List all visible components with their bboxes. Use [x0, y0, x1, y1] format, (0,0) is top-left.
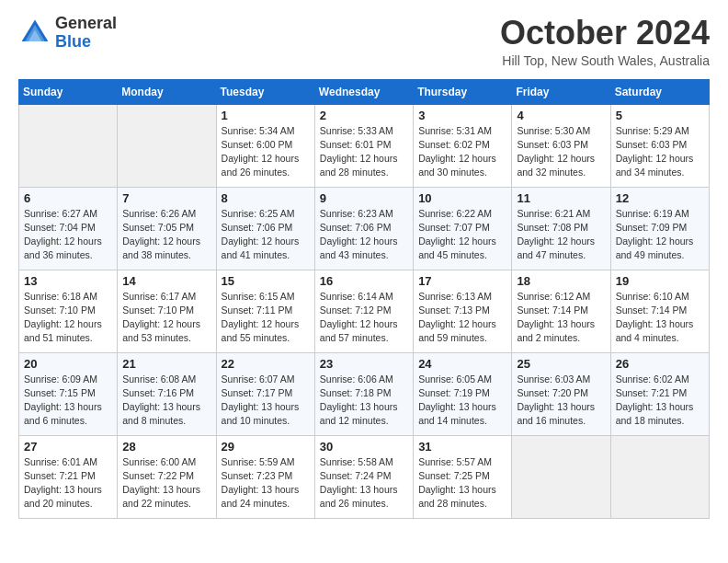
day-number: 15 — [222, 274, 310, 288]
day-number: 28 — [122, 440, 210, 454]
day-number: 14 — [122, 274, 210, 288]
day-info: Sunrise: 5:30 AMSunset: 6:03 PMDaylight:… — [517, 124, 605, 180]
day-number: 30 — [320, 440, 408, 454]
table-row — [118, 104, 216, 187]
table-row — [512, 435, 610, 518]
table-row: 27Sunrise: 6:01 AMSunset: 7:21 PMDayligh… — [19, 435, 118, 518]
day-info: Sunrise: 5:34 AMSunset: 6:00 PMDaylight:… — [222, 124, 310, 180]
day-info: Sunrise: 5:29 AMSunset: 6:03 PMDaylight:… — [616, 124, 704, 180]
header-thursday: Thursday — [414, 79, 512, 104]
header-monday: Monday — [118, 79, 216, 104]
logo-blue: Blue — [55, 32, 91, 51]
day-number: 4 — [517, 109, 605, 122]
day-info: Sunrise: 6:00 AMSunset: 7:22 PMDaylight:… — [122, 455, 210, 511]
table-row: 1Sunrise: 5:34 AMSunset: 6:00 PMDaylight… — [216, 104, 314, 187]
day-number: 13 — [24, 274, 112, 288]
day-number: 27 — [24, 440, 112, 454]
day-number: 8 — [222, 191, 310, 205]
logo: General Blue — [18, 15, 117, 52]
day-number: 10 — [418, 191, 506, 205]
table-row: 5Sunrise: 5:29 AMSunset: 6:03 PMDaylight… — [610, 104, 709, 187]
calendar-table: SundayMondayTuesdayWednesdayThursdayFrid… — [18, 79, 710, 519]
day-info: Sunrise: 6:02 AMSunset: 7:21 PMDaylight:… — [616, 373, 704, 429]
logo-icon — [18, 17, 51, 50]
table-row: 6Sunrise: 6:27 AMSunset: 7:04 PMDaylight… — [19, 187, 118, 270]
header-sunday: Sunday — [19, 79, 118, 104]
day-info: Sunrise: 5:58 AMSunset: 7:24 PMDaylight:… — [320, 455, 408, 511]
day-number: 5 — [616, 109, 704, 122]
day-info: Sunrise: 6:06 AMSunset: 7:18 PMDaylight:… — [320, 373, 408, 429]
month-title: October 2024 — [500, 15, 710, 52]
table-row: 4Sunrise: 5:30 AMSunset: 6:03 PMDaylight… — [512, 104, 610, 187]
table-row: 26Sunrise: 6:02 AMSunset: 7:21 PMDayligh… — [610, 352, 709, 435]
table-row: 17Sunrise: 6:13 AMSunset: 7:13 PMDayligh… — [414, 270, 512, 352]
day-number: 16 — [320, 274, 408, 288]
table-row: 13Sunrise: 6:18 AMSunset: 7:10 PMDayligh… — [19, 270, 118, 352]
day-info: Sunrise: 6:07 AMSunset: 7:17 PMDaylight:… — [222, 373, 310, 429]
header-friday: Friday — [512, 79, 610, 104]
day-number: 1 — [222, 109, 310, 122]
day-info: Sunrise: 6:01 AMSunset: 7:21 PMDaylight:… — [24, 455, 112, 511]
day-number: 19 — [616, 274, 704, 288]
day-info: Sunrise: 5:57 AMSunset: 7:25 PMDaylight:… — [418, 455, 506, 511]
day-number: 21 — [122, 357, 210, 371]
calendar-body: 1Sunrise: 5:34 AMSunset: 6:00 PMDaylight… — [19, 104, 710, 518]
table-row: 3Sunrise: 5:31 AMSunset: 6:02 PMDaylight… — [414, 104, 512, 187]
day-info: Sunrise: 6:10 AMSunset: 7:14 PMDaylight:… — [616, 290, 704, 346]
day-info: Sunrise: 6:18 AMSunset: 7:10 PMDaylight:… — [24, 290, 112, 346]
day-info: Sunrise: 6:15 AMSunset: 7:11 PMDaylight:… — [222, 290, 310, 346]
location: Hill Top, New South Wales, Australia — [500, 53, 710, 68]
day-info: Sunrise: 6:13 AMSunset: 7:13 PMDaylight:… — [418, 290, 506, 346]
day-info: Sunrise: 6:22 AMSunset: 7:07 PMDaylight:… — [418, 207, 506, 263]
day-info: Sunrise: 5:31 AMSunset: 6:02 PMDaylight:… — [418, 124, 506, 180]
table-row: 11Sunrise: 6:21 AMSunset: 7:08 PMDayligh… — [512, 187, 610, 270]
day-number: 12 — [616, 191, 704, 205]
header-wednesday: Wednesday — [314, 79, 413, 104]
week-row-4: 20Sunrise: 6:09 AMSunset: 7:15 PMDayligh… — [19, 352, 710, 435]
day-number: 17 — [418, 274, 506, 288]
page-header: General Blue October 2024 Hill Top, New … — [18, 15, 710, 68]
table-row — [610, 435, 709, 518]
table-row: 12Sunrise: 6:19 AMSunset: 7:09 PMDayligh… — [610, 187, 709, 270]
table-row — [19, 104, 118, 187]
day-info: Sunrise: 6:25 AMSunset: 7:06 PMDaylight:… — [222, 207, 310, 263]
day-number: 11 — [517, 191, 605, 205]
table-row: 15Sunrise: 6:15 AMSunset: 7:11 PMDayligh… — [216, 270, 314, 352]
table-row: 9Sunrise: 6:23 AMSunset: 7:06 PMDaylight… — [314, 187, 413, 270]
day-number: 18 — [517, 274, 605, 288]
day-info: Sunrise: 6:08 AMSunset: 7:16 PMDaylight:… — [122, 373, 210, 429]
table-row: 19Sunrise: 6:10 AMSunset: 7:14 PMDayligh… — [610, 270, 709, 352]
table-row: 2Sunrise: 5:33 AMSunset: 6:01 PMDaylight… — [314, 104, 413, 187]
day-number: 22 — [222, 357, 310, 371]
table-row: 25Sunrise: 6:03 AMSunset: 7:20 PMDayligh… — [512, 352, 610, 435]
day-number: 24 — [418, 357, 506, 371]
table-row: 21Sunrise: 6:08 AMSunset: 7:16 PMDayligh… — [118, 352, 216, 435]
day-info: Sunrise: 6:12 AMSunset: 7:14 PMDaylight:… — [517, 290, 605, 346]
day-number: 29 — [222, 440, 310, 454]
day-number: 31 — [418, 440, 506, 454]
header-tuesday: Tuesday — [216, 79, 314, 104]
table-row: 24Sunrise: 6:05 AMSunset: 7:19 PMDayligh… — [414, 352, 512, 435]
title-block: October 2024 Hill Top, New South Wales, … — [500, 15, 710, 68]
header-saturday: Saturday — [610, 79, 709, 104]
table-row: 8Sunrise: 6:25 AMSunset: 7:06 PMDaylight… — [216, 187, 314, 270]
week-row-5: 27Sunrise: 6:01 AMSunset: 7:21 PMDayligh… — [19, 435, 710, 518]
table-row: 28Sunrise: 6:00 AMSunset: 7:22 PMDayligh… — [118, 435, 216, 518]
logo-general: General — [55, 14, 117, 32]
day-info: Sunrise: 6:03 AMSunset: 7:20 PMDaylight:… — [517, 373, 605, 429]
logo-text: General Blue — [55, 15, 117, 52]
table-row: 22Sunrise: 6:07 AMSunset: 7:17 PMDayligh… — [216, 352, 314, 435]
day-number: 2 — [320, 109, 408, 122]
day-number: 20 — [24, 357, 112, 371]
day-number: 7 — [122, 191, 210, 205]
table-row: 16Sunrise: 6:14 AMSunset: 7:12 PMDayligh… — [314, 270, 413, 352]
calendar-header: SundayMondayTuesdayWednesdayThursdayFrid… — [19, 79, 710, 104]
day-info: Sunrise: 6:27 AMSunset: 7:04 PMDaylight:… — [24, 207, 112, 263]
day-number: 23 — [320, 357, 408, 371]
day-info: Sunrise: 6:17 AMSunset: 7:10 PMDaylight:… — [122, 290, 210, 346]
table-row: 20Sunrise: 6:09 AMSunset: 7:15 PMDayligh… — [19, 352, 118, 435]
week-row-2: 6Sunrise: 6:27 AMSunset: 7:04 PMDaylight… — [19, 187, 710, 270]
table-row: 29Sunrise: 5:59 AMSunset: 7:23 PMDayligh… — [216, 435, 314, 518]
day-number: 26 — [616, 357, 704, 371]
table-row: 30Sunrise: 5:58 AMSunset: 7:24 PMDayligh… — [314, 435, 413, 518]
